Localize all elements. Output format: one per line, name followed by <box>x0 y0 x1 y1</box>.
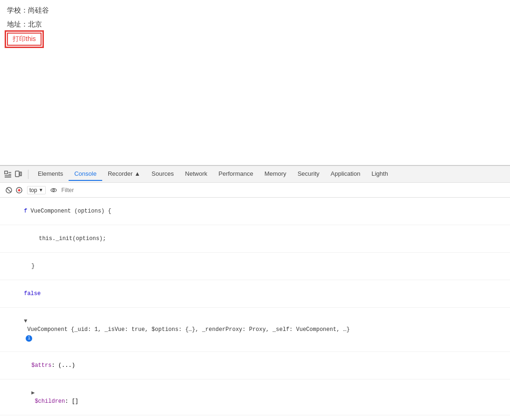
svg-rect-0 <box>5 171 7 174</box>
tab-security[interactable]: Security <box>292 167 325 181</box>
clear-console-button[interactable] <box>4 185 14 195</box>
tab-lighthouse[interactable]: Lighth <box>366 167 393 181</box>
devtools-panel: Elements Console Recorder ▲ Sources Netw… <box>0 165 510 420</box>
devtools-tabbar: Elements Console Recorder ▲ Sources Netw… <box>0 166 510 183</box>
inspect-icon[interactable] <box>4 170 12 179</box>
filter-toggle-button[interactable] <box>14 185 24 195</box>
tab-memory[interactable]: Memory <box>259 167 292 181</box>
filter-input[interactable] <box>59 186 506 194</box>
tab-application[interactable]: Application <box>325 167 366 181</box>
console-vue-component[interactable]: ▼ VueComponent {_uid: 1, _isVue: true, $… <box>0 308 510 352</box>
console-func-line-1: f VueComponent (options) { <box>0 198 510 225</box>
tab-recorder[interactable]: Recorder ▲ <box>102 167 146 181</box>
address-label: 地址：北京 <box>7 19 503 30</box>
info-icon[interactable]: i <box>26 335 32 342</box>
tab-elements[interactable]: Elements <box>32 167 69 181</box>
console-toolbar: top ▼ <box>0 183 510 198</box>
eye-icon-button[interactable] <box>49 185 59 195</box>
page-content: 学校：尚硅谷 地址：北京 打印this <box>0 0 510 165</box>
svg-point-13 <box>53 189 55 191</box>
tab-network[interactable]: Network <box>180 167 213 181</box>
console-func-line-2: this._init(options); <box>0 225 510 253</box>
console-attrs: $attrs: (...) <box>0 352 510 379</box>
print-button[interactable]: 打印this <box>7 33 42 46</box>
svg-rect-6 <box>20 172 21 176</box>
console-false-line: false <box>0 280 510 308</box>
school-label: 学校：尚硅谷 <box>7 5 503 16</box>
console-children[interactable]: ▶ $children: [] <box>0 379 510 415</box>
context-selector[interactable]: top ▼ <box>27 186 46 194</box>
console-func-line-3: } <box>0 253 510 280</box>
console-createelement[interactable]: ▶ $createElement: f (a, b, c, d) <box>0 415 510 420</box>
toolbar-sep-1 <box>28 170 28 179</box>
context-selector-arrow: ▼ <box>39 187 43 193</box>
console-output: f VueComponent (options) { this._init(op… <box>0 198 510 420</box>
device-icon[interactable] <box>14 170 22 179</box>
svg-line-8 <box>7 188 11 192</box>
tab-sources[interactable]: Sources <box>146 167 180 181</box>
tab-performance[interactable]: Performance <box>213 167 258 181</box>
svg-rect-5 <box>15 171 19 177</box>
tab-console[interactable]: Console <box>69 167 102 181</box>
